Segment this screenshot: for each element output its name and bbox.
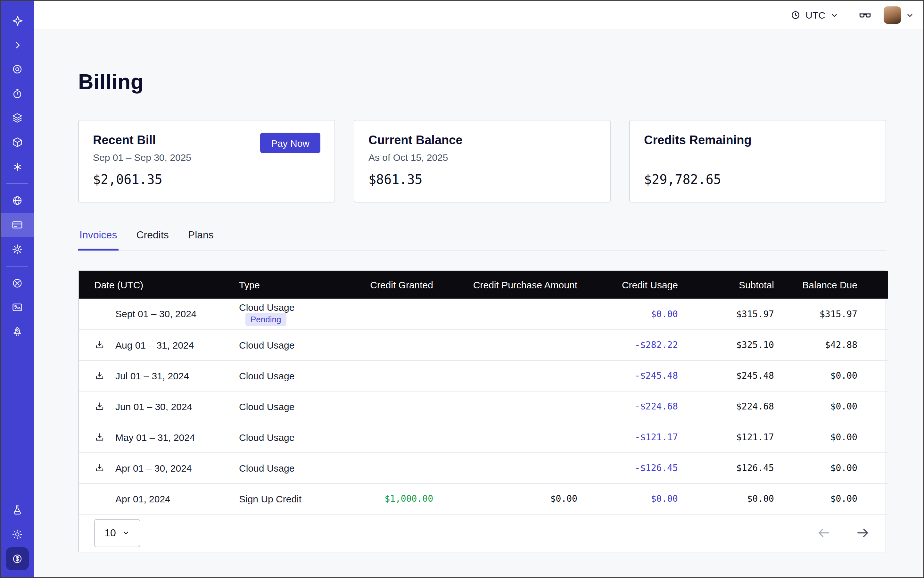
app-window: UTC Billing Recent Bill Sep 01 – Sep 30,… — [0, 0, 924, 578]
column-header-subtotal: Subtotal — [678, 271, 774, 299]
page-size-select[interactable]: 10 — [94, 519, 140, 547]
sidebar-divider — [6, 266, 28, 266]
credit-usage-value: $0.00 — [577, 483, 678, 514]
download-invoice-icon[interactable] — [94, 462, 115, 473]
table-header-row: Date (UTC) Type Credit Granted Credit Pu… — [79, 271, 888, 299]
chevron-down-icon — [122, 529, 130, 537]
tab-invoices[interactable]: Invoices — [78, 229, 118, 250]
chevron-down-icon[interactable] — [905, 11, 914, 19]
invoice-type: Cloud Usage — [239, 302, 294, 313]
asterisk-icon[interactable] — [1, 154, 34, 179]
pagination — [816, 526, 870, 540]
invoice-date: Jun 01 – 30, 2024 — [115, 401, 192, 412]
subtotal-value: $245.48 — [678, 360, 774, 391]
card-subtitle: As of Oct 15, 2025 — [369, 152, 596, 165]
sparkle-logo-icon[interactable] — [1, 8, 34, 32]
flask-icon[interactable] — [1, 498, 34, 522]
column-header-credit-purchase-amount: Credit Purchase Amount — [433, 271, 577, 299]
invoice-date: Sept 01 – 30, 2024 — [115, 308, 197, 320]
billing-shortcut-background — [6, 547, 29, 570]
credit-usage-value: -$282.22 — [577, 330, 678, 360]
invoice-type: Sign Up Credit — [239, 483, 335, 514]
table-footer: 10 — [79, 514, 885, 551]
recent-bill-card: Recent Bill Sep 01 – Sep 30, 2025 $2,061… — [78, 120, 335, 203]
image-icon[interactable] — [1, 295, 34, 320]
invoice-date: May 01 – 31, 2024 — [115, 432, 195, 442]
download-invoice-icon[interactable] — [94, 339, 115, 350]
card-amount: $2,061.35 — [93, 172, 320, 187]
invoice-type: Cloud Usage — [239, 330, 335, 360]
topbar: UTC — [34, 1, 923, 30]
invoice-date: Jul 01 – 31, 2024 — [115, 370, 189, 381]
previous-page-icon[interactable] — [816, 526, 831, 540]
subtotal-value: $121.17 — [678, 422, 774, 452]
credit-usage-value: -$245.48 — [577, 360, 678, 391]
layers-icon[interactable] — [1, 106, 34, 130]
invoice-type: Cloud Usage — [239, 452, 335, 483]
table-row: Sept 01 – 30, 2024 Cloud UsagePending $0… — [79, 299, 888, 330]
invoices-table: Date (UTC) Type Credit Granted Credit Pu… — [78, 270, 886, 552]
download-invoice-icon[interactable] — [94, 401, 115, 412]
sidebar-divider — [6, 183, 28, 184]
chevron-right-icon[interactable] — [1, 32, 34, 57]
sidebar-item-billing[interactable] — [1, 213, 34, 237]
rocket-icon[interactable] — [1, 320, 34, 344]
invoice-type: Cloud Usage — [239, 391, 335, 422]
card-amount: $861.35 — [369, 172, 596, 187]
chevron-down-icon — [830, 11, 839, 19]
subtotal-value: $325.10 — [678, 330, 774, 360]
subtotal-value: $224.68 — [678, 391, 774, 422]
column-header-credit-usage: Credit Usage — [577, 271, 678, 299]
table-row: Jul 01 – 31, 2024 Cloud Usage -$245.48 $… — [79, 360, 888, 391]
credit-usage-value: -$121.17 — [577, 422, 678, 452]
dollar-circle-icon[interactable] — [1, 547, 34, 571]
balance-due-value: $0.00 — [774, 391, 888, 422]
table-row: Apr 01, 2024 Sign Up Credit $1,000.00 $0… — [79, 483, 888, 514]
table-row: May 01 – 31, 2024 Cloud Usage -$121.17 $… — [79, 422, 888, 452]
credit-granted-value: $1,000.00 — [335, 483, 433, 514]
column-header-type: Type — [239, 271, 335, 299]
tab-credits[interactable]: Credits — [135, 229, 170, 250]
gear-icon[interactable] — [1, 237, 34, 261]
billing-page: Billing Recent Bill Sep 01 – Sep 30, 202… — [34, 30, 923, 577]
summary-cards: Recent Bill Sep 01 – Sep 30, 2025 $2,061… — [78, 120, 886, 203]
balance-due-value: $315.97 — [774, 299, 888, 330]
download-invoice-icon[interactable] — [94, 432, 115, 442]
credit-usage-value: $0.00 — [577, 299, 678, 330]
balance-due-value: $0.00 — [774, 360, 888, 391]
invoice-type: Cloud Usage — [239, 422, 335, 452]
invoice-date: Apr 01, 2024 — [115, 493, 171, 504]
stopwatch-icon[interactable] — [1, 81, 34, 106]
table-row: Aug 01 – 31, 2024 Cloud Usage -$282.22 $… — [79, 330, 888, 360]
card-amount: $29,782.65 — [644, 172, 872, 187]
clock-icon — [790, 10, 801, 21]
download-invoice-icon[interactable] — [94, 370, 115, 381]
table-row: Jun 01 – 30, 2024 Cloud Usage -$224.68 $… — [79, 391, 888, 422]
credit-usage-value: -$126.45 — [577, 452, 678, 483]
timezone-selector[interactable]: UTC — [790, 10, 839, 21]
column-header-date: Date (UTC) — [79, 271, 239, 299]
glasses-icon[interactable] — [858, 8, 872, 22]
billing-tabs: Invoices Credits Plans — [78, 229, 886, 250]
next-page-icon[interactable] — [856, 526, 870, 540]
pay-now-button[interactable]: Pay Now — [260, 133, 320, 153]
tab-plans[interactable]: Plans — [187, 229, 215, 250]
sun-icon[interactable] — [1, 522, 34, 547]
avatar[interactable] — [883, 6, 901, 24]
invoice-type: Cloud Usage — [239, 360, 335, 391]
page-title: Billing — [78, 70, 886, 94]
main-area: UTC Billing Recent Bill Sep 01 – Sep 30,… — [34, 1, 923, 577]
balance-due-value: $42.88 — [774, 330, 888, 360]
cube-icon[interactable] — [1, 130, 34, 154]
globe-icon[interactable] — [1, 188, 34, 213]
card-subtitle: Sep 01 – Sep 30, 2025 — [93, 152, 320, 165]
table-row: Apr 01 – 30, 2024 Cloud Usage -$126.45 $… — [79, 452, 888, 483]
card-subtitle — [644, 152, 872, 165]
credit-usage-value: -$224.68 — [577, 391, 678, 422]
card-title: Current Balance — [369, 133, 596, 148]
target-icon[interactable] — [1, 57, 34, 81]
subtotal-value: $0.00 — [678, 483, 774, 514]
credit-purchase-value: $0.00 — [433, 483, 577, 514]
status-badge: Pending — [245, 313, 286, 326]
circle-x-icon[interactable] — [1, 271, 34, 295]
